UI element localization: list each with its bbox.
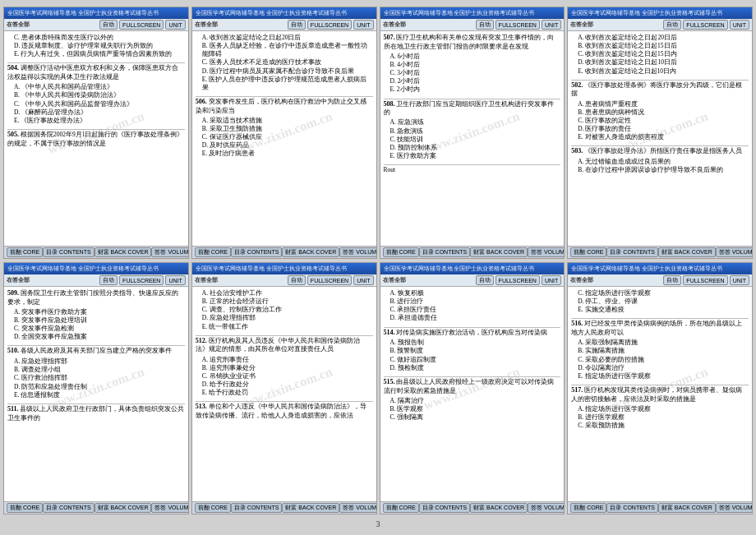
q-block: C. 患者体质特殊而发生医疗以外的 D. 违反规章制度、诊疗护理常规失职行为所致… [7,34,185,58]
toolbar-auto-btn[interactable]: 自动 [476,20,494,30]
footer-contents-btn[interactable]: 目录 CONTENTS [606,247,657,257]
footer-contents-btn[interactable]: 目录 CONTENTS [231,503,282,513]
option: C. 强制隔离 [384,413,561,422]
footer-prev-btn[interactable]: 前翻 CORE [7,503,43,513]
toolbar-unit-btn[interactable]: UNIT [542,275,561,285]
option: A. 采取强制隔离措施 [571,339,749,347]
footer-prev-btn[interactable]: 前翻 CORE [7,247,43,257]
footer-contents-btn[interactable]: 目录 CONTENTS [43,503,94,513]
option: D. 给予行政处分 [196,380,373,389]
option: B. 进行治疗 [384,297,561,306]
panel-1-4-toolbar: 在答全部 自动 FULLSCREEN UNIT [568,19,752,31]
panel-1-2-footer: 前翻 CORE 目录 CONTENTS 财富 BACK COVER 答答 VOL… [192,246,376,258]
toolbar-full-btn[interactable]: FULLSCREEN [683,20,727,30]
q-block: A. 收到首次鉴定结论之日起20日后 B. 医务人员缺乏经验，在诊疗中违反章造成… [196,34,373,92]
panel-2-3-content: A. 恢复积极 B. 进行治疗 C. 承担医疗责任 D. 承担道德责任 514.… [380,287,565,501]
toolbar-mode-label: 在答全部 [570,276,593,284]
footer-contents-btn[interactable]: 目录 CONTENTS [606,503,657,513]
q-rout-block: Rout [384,166,561,174]
footer-prev-btn[interactable]: 前翻 CORE [383,247,419,257]
footer-back-btn[interactable]: 财富 BACK COVER [282,503,339,513]
panel-2-1-footer: 前翻 CORE 目录 CONTENTS 财富 BACK COVER 答答 VOL… [4,501,188,514]
footer-back-btn[interactable]: 财富 BACK COVER [470,503,528,513]
footer-contents-btn[interactable]: 目录 CONTENTS [419,247,470,257]
row-bottom: 全国医学考试网络辅导基地 全国护士执业资格考试辅导丛书 在答全部 自动 FULL… [3,262,753,514]
divider [196,401,373,402]
toolbar-auto-btn[interactable]: 自动 [288,275,306,285]
page-container: 全国医学考试网络辅导基地 全国护士执业资格考试辅导丛书 在答全部 自动 FULL… [0,0,756,535]
panel-2-2-toolbar: 在答全部 自动 FULLSCREEN UNIT [192,274,376,287]
footer-contents-btn[interactable]: 目录 CONTENTS [419,503,470,513]
footer-contents-btn[interactable]: 目录 CONTENTS [231,247,282,257]
option: C. 3小时后 [384,69,561,77]
panel-1-4-content: A. 收到首次鉴定结论之日起20日后 B. 收到首次鉴定结论之日起15日后 C.… [568,31,752,246]
footer-vol-btn[interactable]: 答答 VOLUME [716,503,753,513]
toolbar-auto-btn[interactable]: 自动 [476,275,494,285]
toolbar-auto-btn[interactable]: 自动 [99,275,118,285]
toolbar-full-btn[interactable]: FULLSCREEN [683,275,727,285]
toolbar-full-btn[interactable]: FULLSCREEN [496,275,540,285]
footer-prev-btn[interactable]: 前翻 CORE [195,503,231,513]
footer-vol-btn[interactable]: 答答 VOLUME [528,503,565,513]
option: D. 预防控制体系 [384,144,561,152]
footer-back-btn[interactable]: 财富 BACK COVER [94,247,152,257]
toolbar-unit-btn[interactable]: UNIT [353,275,373,285]
question-text: 511. 县级以上人民政府卫生行政部门，具体负责组织突发公共卫生事件的 [7,405,185,422]
toolbar-full-btn[interactable]: FULLSCREEN [496,20,540,30]
toolbar-unit-btn[interactable]: UNIT [730,275,749,285]
option: B. 突发事件应急处理培训 [7,316,185,325]
toolbar-auto-btn[interactable]: 自动 [99,20,118,30]
footer-vol-btn[interactable]: 答答 VOLUME [528,247,565,257]
option: B. 调查处理小组 [7,366,185,374]
toolbar-full-btn[interactable]: FULLSCREEN [307,275,352,285]
footer-back-btn[interactable]: 财富 BACK COVER [282,247,339,257]
footer-vol-btn[interactable]: 答答 VOLUME [339,503,376,513]
panel-1-3-content: 507. 医疗卫生机构和有关单位发现有突发卫生事件情的，向所在地卫生行政主管部门… [380,31,565,246]
toolbar-unit-btn[interactable]: UNIT [165,275,185,285]
toolbar-unit-btn[interactable]: UNIT [542,20,561,30]
option: A. 突发事件医疗救助方案 [7,308,185,316]
footer-vol-btn[interactable]: 答答 VOLUME [151,503,188,513]
footer-prev-btn[interactable]: 前翻 CORE [383,503,419,513]
q-block: 506. 突发事件发生后，医疗机构在医疗救治中为防止交叉感染和污染应当 A. 采… [196,98,373,159]
toolbar-full-btn[interactable]: FULLSCREEN [119,20,164,30]
footer-prev-btn[interactable]: 前翻 CORE [570,247,606,257]
toolbar-full-btn[interactable]: FULLSCREEN [307,20,352,30]
panel-1-2: 全国医学考试网络辅导基地 全国护士执业资格考试辅导丛书 在答全部 自动 FULL… [191,7,377,259]
footer-back-btn[interactable]: 财富 BACK COVER [658,503,716,513]
question-text: 504. 调整医疗活动中医患双方权利和义务，保障医患双方合法权益得以实现的具体卫… [7,64,185,81]
option: D. 停工、停业、停课 [571,297,749,306]
option: D. 承担道德责任 [384,314,561,322]
footer-prev-btn[interactable]: 前翻 CORE [570,503,606,513]
toolbar-auto-btn[interactable]: 自动 [663,20,681,30]
option: D. 《麻醉药品管理办法》 [7,108,185,117]
footer-vol-btn[interactable]: 答答 VOLUME [716,247,753,257]
footer-prev-btn[interactable]: 前翻 CORE [195,247,231,257]
panel-2-2-header: 全国医学考试网络辅导基地 全国护士执业资格考试辅导丛书 [192,263,376,274]
option: C. 指定场所进行医学观察 [571,289,749,297]
footer-vol-btn[interactable]: 答答 VOLUME [151,247,188,257]
q-block: 513. 单位和个人违反《中华人民共和国传染病防治法》，导致传染病传播、流行，给… [196,403,373,420]
toolbar-unit-btn[interactable]: UNIT [353,20,373,30]
toolbar-auto-btn[interactable]: 自动 [288,20,306,30]
toolbar-full-btn[interactable]: FULLSCREEN [119,275,164,285]
option: B. 4小时后 [384,61,561,69]
toolbar-auto-btn[interactable]: 自动 [663,275,681,285]
panel-1-3-footer: 前翻 CORE 目录 CONTENTS 财富 BACK COVER 答答 VOL… [380,246,565,258]
toolbar-unit-btn[interactable]: UNIT [165,20,185,30]
option: D. 应急处理指挥部 [196,314,373,322]
footer-back-btn[interactable]: 财富 BACK COVER [470,247,528,257]
footer-vol-btn[interactable]: 答答 VOLUME [339,247,376,257]
footer-contents-btn[interactable]: 目录 CONTENTS [43,247,94,257]
option: B. 在诊疗过程中原因误诊诊疗护理导致不良后果的 [571,166,749,174]
panel-2-3-title: 全国医学考试网络辅导基地 全国护士执业资格考试辅导丛书 [384,265,561,273]
footer-back-btn[interactable]: 财富 BACK COVER [658,247,716,257]
toolbar-unit-btn[interactable]: UNIT [730,20,749,30]
divider [384,99,561,99]
option: A. 应急演练 [384,118,561,127]
option: C. 医疗救治指挥部 [7,374,185,382]
option: E. 收到首次鉴定结论之日起10日内 [571,67,749,76]
panel-2-4: 全国医学考试网络辅导基地 全国护士执业资格考试辅导丛书 在答全部 自动 FULL… [567,262,753,514]
footer-back-btn[interactable]: 财富 BACK COVER [94,503,152,513]
q-block: 515. 由县级以上人民政府报经上一级政府决定可以对传染病流行时采取的紧急措施是… [384,378,561,422]
